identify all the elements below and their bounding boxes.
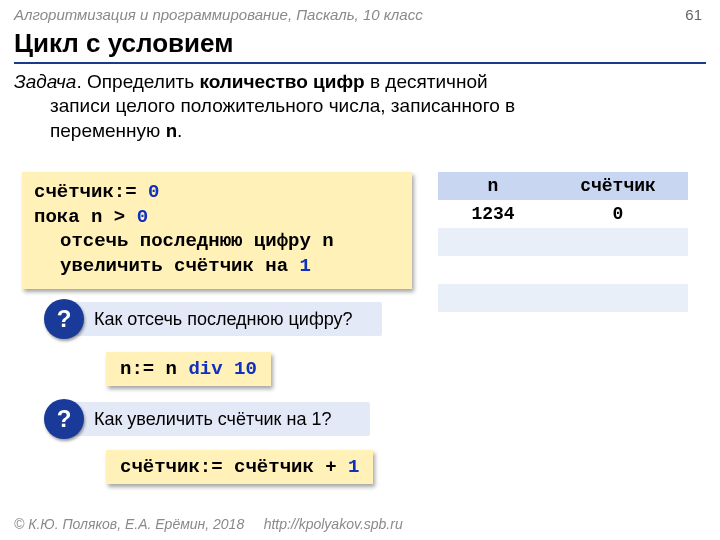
task-text: Задача. Определить количество цифр в дес… bbox=[14, 70, 706, 144]
task-lead: Задача bbox=[14, 71, 76, 92]
footer: © К.Ю. Поляков, Е.А. Ерёмин, 2018 http:/… bbox=[14, 516, 403, 532]
table-row: 1234 0 bbox=[438, 200, 688, 228]
copyright: © К.Ю. Поляков, Е.А. Ерёмин, 2018 bbox=[14, 516, 244, 532]
table-header: n счётчик bbox=[438, 172, 688, 200]
task-var: n bbox=[166, 121, 177, 143]
col-n: n bbox=[438, 176, 548, 196]
snippet-div: n:= n div 10 bbox=[106, 352, 271, 386]
question-icon: ? bbox=[44, 399, 84, 439]
question-1: ? Как отсечь последнюю цифру? bbox=[68, 302, 382, 336]
title-underline bbox=[14, 62, 706, 64]
footer-link[interactable]: http://kpolyakov.spb.ru bbox=[264, 516, 403, 532]
table-row bbox=[438, 284, 688, 312]
table-row bbox=[438, 256, 688, 284]
task-bold: количество цифр bbox=[199, 71, 364, 92]
question-icon: ? bbox=[44, 299, 84, 339]
page-title: Цикл с условием bbox=[14, 28, 233, 59]
question-2: ? Как увеличить счётчик на 1? bbox=[68, 402, 370, 436]
trace-table: n счётчик 1234 0 bbox=[438, 172, 688, 312]
snippet-increment: счётчик:= счётчик + 1 bbox=[106, 450, 373, 484]
pseudocode-box: счётчик:= 0 пока n > 0 отсечь последнюю … bbox=[22, 172, 412, 289]
col-counter: счётчик bbox=[548, 176, 688, 196]
page-number: 61 bbox=[685, 6, 702, 23]
table-row bbox=[438, 228, 688, 256]
course-header: Алгоритмизация и программирование, Паска… bbox=[14, 6, 423, 23]
